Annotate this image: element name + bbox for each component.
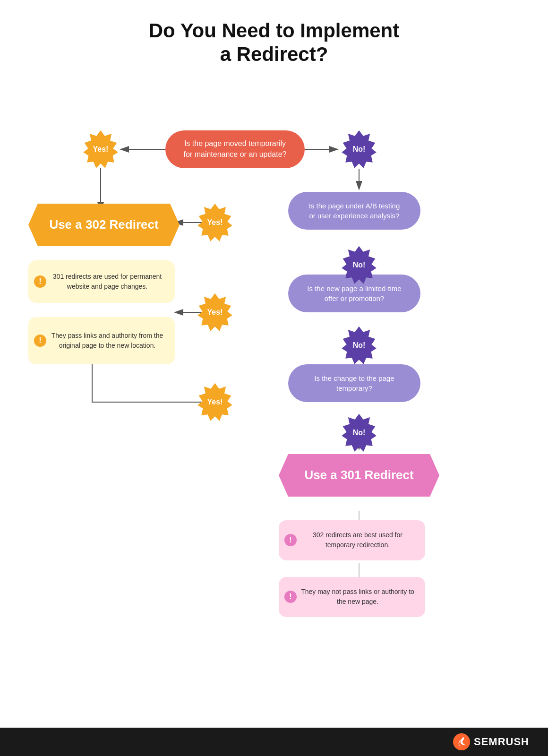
semrush-logo: SEMRUSH [453, 733, 529, 750]
diagram-area: Is the page moved temporarily for mainte… [0, 76, 548, 756]
no1-starburst: No! [340, 130, 378, 168]
info302-box2: ! They pass links and authority from the… [28, 317, 175, 364]
use301-banner: Use a 301 Redirect [279, 454, 439, 497]
semrush-logo-icon [453, 733, 470, 750]
info-icon-1: ! [34, 275, 46, 288]
footer: SEMRUSH [0, 728, 548, 756]
ab-question-text: Is the page under A/B testing or user ex… [309, 201, 400, 221]
no3-starburst: No! [340, 326, 378, 364]
info301-box1: ! 302 redirects are best used for tempor… [279, 520, 425, 560]
page-title: Do You Need to Implement a Redirect? [0, 0, 548, 76]
yes4-starburst: Yes! [196, 383, 234, 421]
info301-box2: ! They may not pass links or authority t… [279, 577, 425, 617]
no2-starburst: No! [340, 246, 378, 284]
arrows-svg [0, 76, 548, 756]
yes1-starburst: Yes! [82, 130, 120, 168]
promo-question-text: Is the new page a limited-time offer or … [307, 284, 401, 303]
temp-question-text: Is the change to the page temporary? [314, 373, 394, 393]
ab-question-pill: Is the page under A/B testing or user ex… [288, 192, 420, 230]
info-icon-3: ! [284, 534, 297, 546]
temp-question-pill: Is the change to the page temporary? [288, 364, 420, 402]
info-icon-4: ! [284, 591, 297, 603]
start-question-pill: Is the page moved temporarily for mainte… [165, 130, 305, 168]
use302-banner: Use a 302 Redirect [28, 204, 180, 246]
info302-box1: ! 301 redirects are used for permanent w… [28, 260, 175, 303]
semrush-logo-text: SEMRUSH [474, 736, 529, 748]
yes3-starburst: Yes! [196, 293, 234, 331]
no4-starburst: No! [340, 414, 378, 452]
start-question-text: Is the page moved temporarily for mainte… [184, 138, 287, 160]
yes2-starburst: Yes! [196, 204, 234, 241]
info-icon-2: ! [34, 335, 46, 347]
